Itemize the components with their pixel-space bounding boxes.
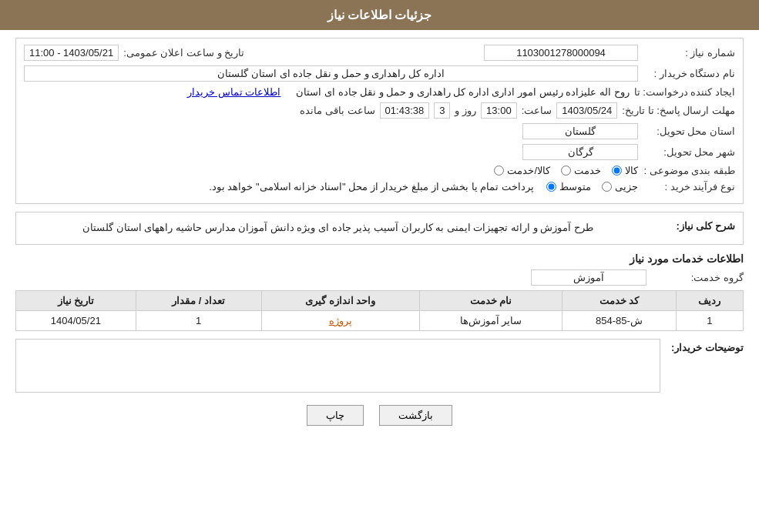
category-radio-khedmat[interactable]: [561, 166, 571, 176]
narration-label: شرح کلی نیاز:: [658, 220, 735, 232]
services-section-title: اطلاعات خدمات مورد نیاز: [15, 253, 744, 265]
category-option-kala-khedmat[interactable]: کالا/خدمت: [494, 165, 550, 176]
category-radio-kala[interactable]: [612, 166, 622, 176]
col-unit: واحد اندازه گیری: [261, 290, 419, 310]
category-option-kala-label: کالا: [625, 165, 638, 176]
purchase-type-row: نوع فرآیند خرید : متوسط جزیی پرداخت تمام…: [24, 181, 735, 192]
announcement-value: 1403/05/21 - 11:00: [24, 45, 119, 61]
col-service-name: نام خدمت: [419, 290, 562, 310]
services-table-header-row: ردیف کد خدمت نام خدمت واحد اندازه گیری ت…: [16, 290, 744, 310]
purchase-type-label: نوع فرآیند خرید :: [643, 181, 735, 192]
main-content: شماره نیاز : 1103001278000094 تاریخ و سا…: [0, 30, 759, 441]
purchase-type-radio-group: متوسط جزیی: [546, 181, 638, 192]
purchase-option-motavasset-label: متوسط: [559, 181, 591, 192]
category-row: طبقه بندی موضوعی : کالا/خدمت خدمت کالا: [24, 165, 735, 176]
services-table-header: ردیف کد خدمت نام خدمت واحد اندازه گیری ت…: [16, 290, 744, 310]
col-quantity: تعداد / مقدار: [136, 290, 261, 310]
delivery-province-row: استان محل تحویل: گلستان: [24, 123, 735, 139]
print-button[interactable]: چاپ: [307, 405, 364, 426]
page-title: جزئیات اطلاعات نیاز: [327, 8, 432, 22]
table-row: 1ش-85-854سایر آموزش‌هاپروژه11404/05/21: [16, 310, 744, 330]
category-option-kala[interactable]: کالا: [612, 165, 638, 176]
need-number-value: 1103001278000094: [484, 45, 638, 61]
buyer-description-section: توضیحات خریدار:: [15, 339, 744, 393]
services-section: اطلاعات خدمات مورد نیاز گروه خدمت: آموزش…: [15, 253, 744, 331]
narration-row: شرح کلی نیاز: طرح آموزش و ارائه تجهیزات …: [24, 220, 735, 236]
category-label: طبقه بندی موضوعی :: [643, 165, 735, 176]
deadline-remaining-label: ساعت باقی مانده: [300, 105, 374, 116]
delivery-province-value: گلستان: [522, 123, 638, 139]
deadline-remaining: 01:43:38: [380, 102, 430, 119]
narration-section: شرح کلی نیاز: طرح آموزش و ارائه تجهیزات …: [15, 212, 744, 245]
buyer-org-value: اداره کل راهداری و حمل و نقل جاده ای است…: [24, 65, 638, 82]
need-number-row: شماره نیاز : 1103001278000094 تاریخ و سا…: [24, 45, 735, 61]
purchase-note: پرداخت تمام یا بخشی از مبلغ خریدار از مح…: [209, 181, 534, 192]
buyer-org-label: نام دستگاه خریدار :: [643, 68, 735, 79]
page-header: جزئیات اطلاعات نیاز: [0, 0, 759, 30]
deadline-row: مهلت ارسال پاسخ: تا تاریخ: 1403/05/24 سا…: [24, 102, 735, 119]
col-service-code: کد خدمت: [563, 290, 677, 310]
delivery-city-row: شهر محل تحویل: گرگان: [24, 144, 735, 160]
purchase-option-jozi-label: جزیی: [615, 181, 638, 192]
purchase-radio-jozi[interactable]: [602, 182, 612, 192]
category-option-khedmat-label: خدمت: [574, 165, 601, 176]
narration-text: طرح آموزش و ارائه تجهیزات ایمنی به کاربر…: [24, 220, 652, 236]
buyer-org-row: نام دستگاه خریدار : اداره کل راهداری و ح…: [24, 65, 735, 82]
service-group-label: گروه خدمت:: [651, 272, 744, 283]
purchase-option-motavasset[interactable]: متوسط: [546, 181, 591, 192]
category-option-khedmat[interactable]: خدمت: [561, 165, 601, 176]
buyer-description-textarea[interactable]: [15, 339, 660, 393]
created-by-row: ایجاد کننده درخواست: تا روح اله علیزاده …: [24, 86, 735, 98]
service-group-row: گروه خدمت: آموزش: [15, 269, 744, 286]
back-button[interactable]: بازگشت: [379, 405, 452, 426]
purchase-option-jozi[interactable]: جزیی: [602, 181, 638, 192]
purchase-radio-motavasset[interactable]: [546, 182, 556, 192]
created-by-value: روح اله علیزاده رئیس امور اداری اداره کل…: [296, 86, 629, 98]
delivery-province-label: استان محل تحویل:: [643, 125, 735, 137]
services-table-body: 1ش-85-854سایر آموزش‌هاپروژه11404/05/21: [16, 310, 744, 330]
service-group-value: آموزش: [531, 269, 646, 286]
deadline-days-label: روز و: [455, 105, 476, 116]
col-date: تاریخ نیاز: [16, 290, 136, 310]
page-wrapper: جزئیات اطلاعات نیاز شماره نیاز : 1103001…: [0, 0, 759, 532]
category-radio-group: کالا/خدمت خدمت کالا: [494, 165, 638, 176]
delivery-city-label: شهر محل تحویل:: [643, 146, 735, 158]
delivery-city-value: گرگان: [522, 144, 638, 160]
category-option-kala-khedmat-label: کالا/خدمت: [507, 165, 550, 176]
info-section: شماره نیاز : 1103001278000094 تاریخ و سا…: [15, 38, 744, 204]
response-deadline-label: مهلت ارسال پاسخ: تا تاریخ:: [622, 105, 735, 116]
need-number-label: شماره نیاز :: [643, 47, 735, 59]
contact-info-link[interactable]: اطلاعات تماس خریدار: [187, 86, 280, 98]
services-table: ردیف کد خدمت نام خدمت واحد اندازه گیری ت…: [15, 290, 744, 331]
col-row-num: ردیف: [676, 290, 743, 310]
deadline-time: 13:00: [481, 102, 517, 119]
deadline-date: 1403/05/24: [556, 102, 617, 119]
created-by-label: ایجاد کننده درخواست: تا: [634, 86, 735, 98]
buyer-description-label: توضیحات خریدار:: [667, 339, 744, 353]
deadline-time-label: ساعت:: [522, 105, 552, 116]
announcement-label: تاریخ و ساعت اعلان عمومی:: [123, 47, 244, 59]
category-radio-kala-khedmat[interactable]: [494, 166, 504, 176]
buttons-row: بازگشت چاپ: [15, 405, 744, 426]
deadline-days: 3: [434, 102, 450, 119]
